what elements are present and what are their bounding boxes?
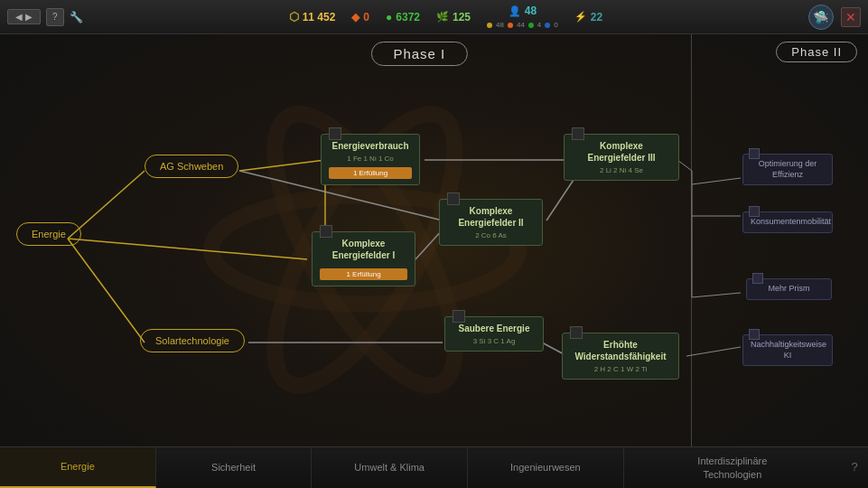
svg-line-7 — [239, 160, 325, 171]
mehr-prism-title: Mehr Prism — [754, 284, 824, 295]
energieverbrauch-btn[interactable]: 1 Erfüllung — [329, 167, 412, 179]
komplexe-ef2-title: Komplexe Energiefelder II — [447, 205, 535, 229]
pop-stat1: 48 — [496, 21, 504, 29]
saubere-energie-node[interactable]: Saubere Energie 3 Si 3 C 1 Ag — [444, 316, 544, 352]
komplexe-ef1-node[interactable]: Komplexe Energiefelder I 1 Erfüllung — [312, 231, 415, 286]
energieverbrauch-title: Energieverbrauch — [329, 140, 412, 152]
svg-line-16 — [692, 178, 741, 184]
komplexe-ef1-icon — [320, 225, 332, 238]
topbar-resources: ⬡ 11 452 ◆ 0 ● 6372 🌿 125 👤 48 48 44 — [289, 5, 602, 29]
mehr-prism-icon — [752, 273, 763, 284]
credits-icon: ● — [386, 11, 392, 23]
saubere-energie-icon — [453, 310, 465, 323]
close-button[interactable]: ✕ — [841, 7, 861, 27]
svg-line-13 — [546, 180, 574, 221]
mehr-prism-node[interactable]: Mehr Prism — [746, 278, 832, 300]
erhoehte-widerstand-icon — [570, 326, 583, 339]
pop-dot3 — [528, 23, 534, 28]
topbar: ◀ ▶ ? 🔧 ⬡ 11 452 ◆ 0 ● 6372 🌿 125 👤 48 — [0, 0, 868, 34]
optimierung-title: Optimierung der Effizienz — [751, 159, 825, 180]
konsumentenmobilitaet-node[interactable]: Konsumentenmobilität — [742, 211, 833, 233]
komplexe-ef3-title: Komplexe Energiefelder III — [572, 140, 671, 164]
nachhaltigkeit-title: Nachhaltigkeitsweise KI — [751, 340, 825, 361]
resource-metal: ⬡ 11 452 — [289, 10, 336, 23]
komplexe-ef3-node[interactable]: Komplexe Energiefelder III 2 Li 2 Ni 4 S… — [564, 134, 679, 181]
power-value: 22 — [591, 11, 602, 23]
food-icon: 🌿 — [436, 11, 449, 23]
komplexe-ef1-btn[interactable]: 1 Erfüllung — [320, 268, 407, 280]
konsumentenmobilitaet-icon — [749, 206, 760, 217]
nachhaltigkeit-node[interactable]: Nachhaltigkeitsweise KI — [742, 334, 833, 366]
tab-umwelt[interactable]: Umwelt & Klima — [312, 447, 468, 488]
phase2-divider — [691, 34, 692, 446]
erhoehte-widerstand-title: Erhöhte Widerstandsfähigkeit — [570, 339, 671, 362]
svg-line-6 — [68, 239, 145, 343]
komplexe-ef2-cost: 2 Co 6 As — [447, 231, 535, 239]
solartechnologie-node[interactable]: Solartechnologie — [140, 329, 245, 352]
resource-power: ⚡ 22 — [574, 11, 602, 23]
ag-schweben-node[interactable]: AG Schweben — [145, 155, 238, 178]
svg-line-19 — [686, 347, 741, 356]
tab-sicherheit[interactable]: Sicherheit — [156, 447, 313, 488]
resource-crystal: ◆ 0 — [351, 11, 369, 23]
pop-value: 48 — [525, 5, 537, 17]
nav-back-button[interactable]: ◀ ▶ — [7, 9, 41, 24]
ag-schweben-label: AG Schweben — [160, 161, 223, 172]
nachhaltigkeit-icon — [749, 329, 760, 340]
saubere-energie-title: Saubere Energie — [453, 323, 536, 334]
erhoehte-widerstand-node[interactable]: Erhöhte Widerstandsfähigkeit 2 H 2 C 1 W… — [562, 333, 679, 380]
komplexe-ef2-node[interactable]: Komplexe Energiefelder II 2 Co 6 As — [439, 199, 543, 246]
resource-food: 🌿 125 — [436, 11, 471, 23]
phase2-label: Phase II — [776, 42, 857, 62]
resource-pop: 👤 48 — [509, 5, 537, 17]
erhoehte-widerstand-cost: 2 H 2 C 1 W 2 Ti — [570, 365, 671, 373]
pop-dot1 — [487, 23, 492, 28]
energie-label: Energie — [32, 229, 66, 239]
pop-group: 👤 48 48 44 4 0 — [487, 5, 558, 29]
komplexe-ef1-title: Komplexe Energiefelder I — [320, 238, 407, 261]
tab-help[interactable]: ? — [841, 447, 868, 488]
credits-value: 6372 — [396, 11, 420, 23]
tab-energie[interactable]: Energie — [0, 447, 156, 488]
optimierung-node[interactable]: Optimierung der Effizienz — [742, 154, 833, 185]
power-icon: ⚡ — [574, 11, 587, 23]
resource-credits: ● 6372 — [386, 11, 420, 23]
help-button[interactable]: ? — [46, 8, 64, 26]
crystal-icon: ◆ — [351, 11, 359, 23]
avatar[interactable]: 🛸 — [808, 5, 834, 30]
solartechnologie-label: Solartechnologie — [155, 335, 229, 346]
topbar-left: ◀ ▶ ? 🔧 — [7, 8, 83, 26]
energieverbrauch-cost: 1 Fe 1 Ni 1 Co — [329, 155, 412, 163]
connection-lines — [0, 34, 868, 446]
tab-ingenieurwesen[interactable]: Ingenieurwesen — [468, 447, 624, 488]
komplexe-ef2-icon — [447, 192, 460, 205]
pop-dot2 — [508, 23, 513, 28]
topbar-right: 🛸 ✕ — [808, 5, 861, 30]
svg-line-14 — [677, 160, 692, 171]
pop-sub-stats: 48 44 4 0 — [487, 21, 558, 29]
main-area: Phase I Phase II — [0, 34, 868, 446]
energie-node[interactable]: Energie — [16, 222, 81, 246]
metal-value: 11 452 — [303, 11, 336, 23]
pop-stat3: 4 — [537, 21, 541, 29]
metal-icon: ⬡ — [289, 10, 299, 23]
food-value: 125 — [453, 11, 471, 23]
pop-icon: 👤 — [509, 5, 521, 17]
energieverbrauch-node[interactable]: Energieverbrauch 1 Fe 1 Ni 1 Co 1 Erfüll… — [321, 134, 420, 185]
pop-dot4 — [545, 23, 550, 28]
phase1-label: Phase I — [370, 42, 468, 66]
wrench-icon: 🔧 — [70, 11, 83, 23]
energieverbrauch-icon — [329, 127, 341, 140]
tabbar: Energie Sicherheit Umwelt & Klima Ingeni… — [0, 446, 868, 488]
optimierung-icon — [749, 148, 760, 159]
komplexe-ef3-cost: 2 Li 2 Ni 4 Se — [572, 166, 671, 174]
konsumentenmobilitaet-title: Konsumentenmobilität — [751, 217, 825, 228]
tab-interdisziplinaer[interactable]: Interdisziplinäre Technologien — [624, 447, 841, 488]
pop-stat2: 44 — [517, 21, 525, 29]
saubere-energie-cost: 3 Si 3 C 1 Ag — [453, 337, 536, 345]
komplexe-ef3-icon — [572, 127, 584, 140]
svg-line-5 — [68, 239, 307, 259]
svg-line-21 — [692, 293, 741, 297]
crystal-value: 0 — [363, 11, 369, 23]
pop-stat4: 0 — [554, 21, 557, 29]
